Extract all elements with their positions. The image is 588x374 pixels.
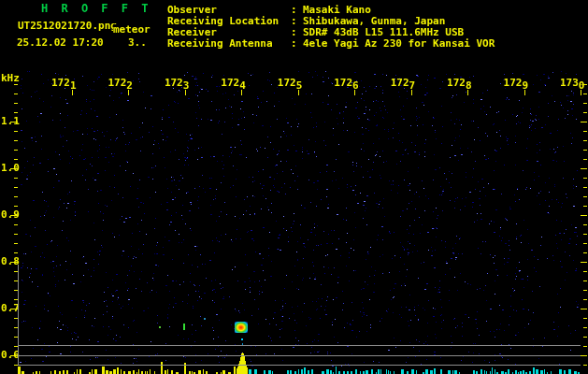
freq-axis-minor-tick [14,103,18,104]
freq-axis-unit-label: kHz [1,73,20,84]
freq-axis-minor-tick [14,252,18,253]
freq-axis-major-tick [10,355,18,356]
time-axis-tick [354,90,355,95]
freq-axis-minor-tick [583,178,587,179]
freq-axis-minor-tick [14,196,18,197]
level-grid-line [18,355,581,356]
freq-axis-minor-tick [14,206,18,207]
freq-axis-minor-tick [583,150,587,151]
time-axis-label: 1729 [504,78,529,89]
time-axis-tick [581,90,581,95]
freq-axis-major-tick [10,262,18,263]
echo-green-dot [159,326,161,328]
freq-axis-minor-tick [583,84,587,85]
time-axis-label: 1724 [221,78,246,89]
freq-axis-minor-tick [583,299,587,300]
freq-axis-minor-tick [583,252,587,253]
freq-axis-minor-tick [583,327,587,328]
freq-axis-minor-tick [14,84,18,85]
level-panel-left-border [18,265,19,366]
time-axis-label: 1721 [51,78,77,89]
freq-axis-minor-tick [14,187,18,188]
freq-axis-minor-tick [583,206,587,207]
freq-axis-major-tick [10,309,18,309]
time-axis-label: 1722 [108,78,133,89]
time-axis-tick [241,90,242,95]
freq-axis-minor-tick [583,112,587,113]
freq-axis-minor-tick [583,103,587,104]
freq-axis-minor-tick [583,140,587,141]
time-axis-tick [524,90,525,95]
filename: UT2512021720.png [18,21,117,32]
time-axis-label: 1723 [165,78,190,89]
freq-axis-major-tick [10,122,18,122]
time-axis-label: 1726 [334,78,359,89]
freq-axis-major-tick [581,168,587,169]
time-axis-tick [411,90,412,95]
time-axis-label: 1727 [391,78,416,89]
freq-axis-minor-tick [583,365,587,366]
freq-axis-minor-tick [583,131,587,132]
station-label: meteor [113,24,151,36]
freq-axis-minor-tick [14,131,18,132]
freq-axis-minor-tick [14,243,18,244]
level-grid-line [18,345,581,346]
freq-axis-minor-tick [14,150,18,151]
echo-cyan-dot [204,318,206,320]
time-axis-label: 1725 [278,78,303,89]
freq-axis-minor-tick [583,243,587,244]
meteor-echo-main [235,322,248,333]
freq-axis-major-tick [581,262,587,263]
freq-axis-minor-tick [14,234,18,235]
app-title: H R O F F T [41,3,151,14]
freq-axis-major-tick [581,122,587,122]
freq-axis-major-tick [10,215,18,216]
time-axis-tick [298,90,299,95]
freq-axis-minor-tick [583,290,587,291]
time-axis-tick [467,90,468,95]
echo-counter: 3.. [128,37,147,49]
echo-green-dash [183,324,185,330]
freq-axis-minor-tick [14,178,18,179]
info-separator: : [291,38,303,50]
freq-axis-minor-tick [14,140,18,141]
level-grid-line [18,365,581,366]
freq-axis-minor-tick [14,94,18,94]
freq-axis-minor-tick [583,337,587,338]
freq-axis-minor-tick [583,318,587,319]
freq-axis-minor-tick [14,112,18,113]
freq-axis-major-tick [10,168,18,169]
time-axis-tick [128,90,129,95]
spectrogram-canvas [0,0,588,374]
freq-axis-minor-tick [583,280,587,281]
freq-axis-minor-tick [583,234,587,235]
freq-axis-minor-tick [583,159,587,160]
freq-axis-minor-tick [583,224,587,225]
info-row-antenna: Receiving Antenna:4ele Yagi Az 230 for K… [167,38,495,50]
freq-axis-minor-tick [14,159,18,160]
time-axis-label: 1728 [447,78,472,89]
freq-axis-minor-tick [583,94,587,94]
hrofft-screen: H R O F F T UT2512021720.png meteor 25.1… [0,0,588,374]
freq-axis-minor-tick [583,187,587,188]
freq-axis-major-tick [581,309,587,309]
echo-trail-dot-1 [241,338,243,340]
freq-axis-major-tick [581,215,587,216]
freq-axis-minor-tick [583,271,587,272]
freq-axis-major-tick [581,355,587,356]
time-axis-tick [72,90,73,95]
info-label: Receiving Antenna [167,38,291,50]
time-axis-label: 1730 [560,78,585,89]
datetime: 25.12.02 17:20 [17,37,104,49]
freq-axis-minor-tick [583,346,587,347]
freq-axis-minor-tick [583,196,587,197]
freq-axis-minor-tick [14,224,18,225]
echo-trail-dot-2 [242,343,243,345]
info-value: 4ele Yagi Az 230 for Kansai VOR [303,38,495,50]
time-axis-tick [185,90,186,95]
